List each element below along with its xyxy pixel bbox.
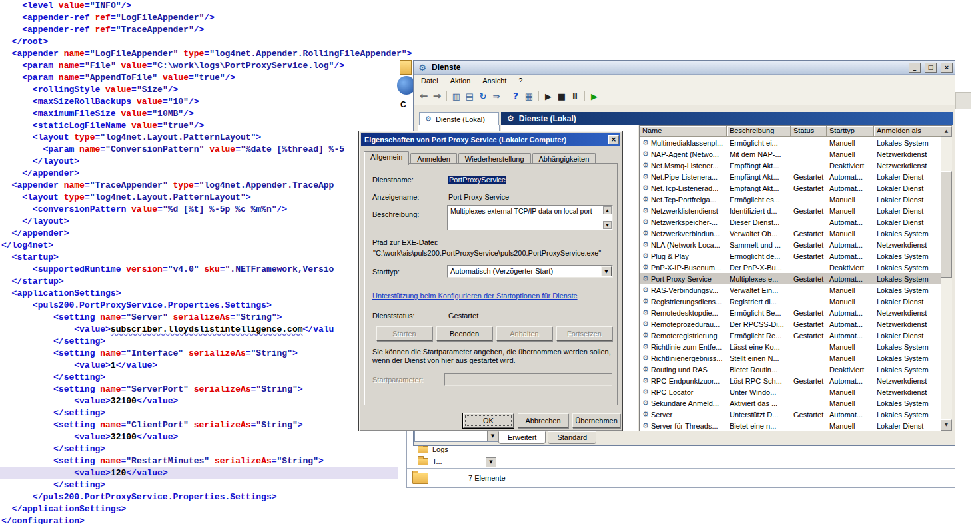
service-gear-icon: ⚙ bbox=[642, 320, 649, 328]
tab-erweitert[interactable]: Erweitert bbox=[498, 431, 546, 444]
service-row[interactable]: ⚙Remotedesktopdie...Ermöglicht Be...Gest… bbox=[640, 307, 941, 318]
column-header-name[interactable]: Name bbox=[640, 126, 727, 137]
service-gear-icon: ⚙ bbox=[642, 331, 649, 340]
chevron-down-icon: ▼ bbox=[489, 459, 492, 465]
menu-help[interactable]: ? bbox=[512, 75, 528, 86]
titlebar[interactable]: ⚙ Dienste _ □ × bbox=[414, 61, 955, 75]
refresh-icon[interactable]: ↻ bbox=[476, 89, 490, 103]
forward-icon[interactable]: → bbox=[430, 89, 444, 103]
dialog-close-icon[interactable]: × bbox=[608, 135, 619, 144]
export-list-icon[interactable]: ▤ bbox=[463, 89, 476, 103]
scroll-down-button[interactable]: ▼ bbox=[941, 419, 952, 431]
code-line[interactable]: <appender name="LogFileAppender" type="l… bbox=[0, 48, 980, 60]
help-icon[interactable]: ? bbox=[509, 89, 522, 103]
code-line[interactable]: </configuration> bbox=[0, 515, 980, 524]
dropdown-button[interactable]: ▼ bbox=[486, 457, 496, 467]
code-line[interactable]: </applicationSettings> bbox=[0, 503, 980, 515]
service-row[interactable]: ⚙RemoteregistrierungErmöglicht Re...Gest… bbox=[640, 330, 941, 341]
stop-service-icon[interactable]: ■ bbox=[555, 89, 568, 103]
view-panes-icon[interactable]: ▦ bbox=[522, 89, 536, 103]
service-row[interactable]: ⚙RPC-Endpunktzuor...Löst RPC-Sch...Gesta… bbox=[640, 375, 941, 386]
service-row[interactable]: ⚙Netzwerkverbindun...Verwaltet Ob...Gest… bbox=[640, 228, 941, 239]
fortsetzen-button: Fortsetzen bbox=[556, 326, 612, 341]
service-row[interactable]: ⚙Server für Threads...Bietet eine n...Ma… bbox=[640, 420, 941, 431]
service-row[interactable]: ⚙Net.Pipe-Listenera...Empfängt Akt...Ges… bbox=[640, 171, 941, 182]
startparameter-hint-line2: wenn der Dienst von hier aus gestartet w… bbox=[372, 356, 516, 364]
maximize-button[interactable]: □ bbox=[925, 63, 937, 73]
anzeigename-value: Port Proxy Service bbox=[448, 193, 509, 201]
dienstname-value[interactable]: PortProxyService bbox=[448, 176, 506, 184]
service-row[interactable]: ⚙Plug & PlayErmöglicht de...GestartetAut… bbox=[640, 250, 941, 262]
close-button[interactable]: × bbox=[941, 63, 953, 73]
menu-ansicht[interactable]: Ansicht bbox=[476, 75, 512, 86]
restart-service-icon[interactable]: ▶ bbox=[588, 89, 601, 103]
list-header: Name Beschreibung Status Starttyp Anmeld… bbox=[640, 126, 952, 137]
back-icon[interactable]: ← bbox=[417, 89, 430, 103]
beenden-button[interactable]: Beenden bbox=[436, 326, 492, 341]
service-row[interactable]: ⚙NLA (Network Loca...Sammelt und ...Gest… bbox=[640, 239, 941, 250]
service-row[interactable]: ⚙RAS-Verbindungsv...Verwaltet Ein...Manu… bbox=[640, 284, 941, 296]
pfad-value: "C:\work\ais\puls200.PortProxyService\pu… bbox=[373, 249, 601, 257]
service-row[interactable]: ⚙Registrierungsdiens...Registriert di...… bbox=[640, 296, 941, 307]
startoptions-help-link[interactable]: Unterstützung beim Konfigurieren der Sta… bbox=[372, 292, 578, 300]
code-line[interactable]: </puls200.PortProxyService.Properties.Se… bbox=[0, 491, 980, 503]
abbrechen-button[interactable]: Abbrechen bbox=[518, 413, 568, 428]
starttyp-combobox[interactable]: Automatisch (Verzögerter Start) ▼ bbox=[447, 265, 613, 278]
scroll-down-icon[interactable]: ▼ bbox=[603, 221, 612, 229]
service-row[interactable]: ⚙NetzwerklistendienstIdentifiziert d...G… bbox=[640, 205, 941, 216]
pause-service-icon[interactable]: Ⅱ bbox=[568, 89, 582, 103]
service-row[interactable]: ⚙Net.Msmq-Listener...Empfängt Akt...Deak… bbox=[640, 160, 941, 171]
scroll-thumb[interactable] bbox=[941, 171, 952, 278]
combo-dropdown-icon[interactable]: ▼ bbox=[487, 431, 498, 441]
service-row[interactable]: ⚙NAP-Agent (Netwo...Mit dem NAP-...Manue… bbox=[640, 148, 941, 160]
service-row[interactable]: ⚙Netzwerkspeicher-...Dieser Dienst...Aut… bbox=[640, 216, 941, 228]
service-row[interactable]: ⚙Sekundäre Anmeld...Aktiviert das ...Man… bbox=[640, 397, 941, 409]
service-row[interactable]: ⚙Net.Tcp-Portfreiga...Ermöglicht es...Ma… bbox=[640, 194, 941, 205]
column-header-beschreibung[interactable]: Beschreibung bbox=[727, 126, 791, 137]
services-app-icon: ⚙ bbox=[416, 61, 429, 74]
scrollbar[interactable]: ▲ ▼ bbox=[941, 126, 952, 431]
beschreibung-textbox[interactable]: Multiplexes external TCP/IP data on loca… bbox=[447, 205, 613, 230]
code-line[interactable]: </root> bbox=[0, 36, 980, 48]
code-line[interactable]: <appender-ref ref="TraceAppender"/> bbox=[0, 24, 980, 36]
service-row[interactable]: ⚙PnP-X-IP-Busenum...Der PnP-X-Bu...Deakt… bbox=[640, 262, 941, 273]
service-gear-icon: ⚙ bbox=[642, 229, 649, 238]
tab-standard[interactable]: Standard bbox=[548, 431, 596, 444]
code-line[interactable]: <appender-ref ref="LogFileAppender"/> bbox=[0, 12, 980, 24]
background-combobox[interactable]: ▼ bbox=[414, 430, 498, 442]
service-row[interactable]: ⚙Net.Tcp-Listenerad...Empfängt Akt...Ges… bbox=[640, 182, 941, 194]
code-line[interactable]: <level value="INFO"/> bbox=[0, 0, 980, 12]
export-icon[interactable]: ⇒ bbox=[490, 89, 503, 103]
minimize-button[interactable]: _ bbox=[909, 63, 921, 73]
scroll-up-button[interactable]: ▲ bbox=[941, 126, 952, 137]
column-header-anmelden-als[interactable]: Anmelden als bbox=[874, 126, 941, 137]
service-row[interactable]: ⚙Port Proxy ServiceMultiplexes e...Gesta… bbox=[640, 273, 941, 284]
service-row[interactable]: ⚙Remoteprozedurau...Der RPCSS-Di...Gesta… bbox=[640, 318, 941, 330]
dialog-titlebar[interactable]: Eigenschaften von Port Proxy Service (Lo… bbox=[361, 133, 620, 146]
ok-button[interactable]: OK bbox=[463, 413, 514, 428]
console-tree-tab[interactable]: ⚙ Dienste (Lokal) bbox=[419, 112, 499, 125]
service-row[interactable]: ⚙Richtlinie zum Entfe...Lässt eine Ko...… bbox=[640, 341, 941, 352]
menu-datei[interactable]: Datei bbox=[415, 75, 444, 86]
column-header-starttyp[interactable]: Starttyp bbox=[827, 126, 874, 137]
service-row[interactable]: ⚙Multimediaklassenpl...Ermöglicht ei...M… bbox=[640, 137, 941, 148]
folder-item-truncated[interactable]: T... bbox=[418, 457, 442, 465]
anzeigename-label: Anzeigename: bbox=[372, 193, 419, 201]
column-header-status[interactable]: Status bbox=[791, 126, 827, 137]
folder-item-logs[interactable]: Logs bbox=[418, 445, 448, 453]
background-text-fragment: C bbox=[400, 100, 406, 109]
service-row[interactable]: ⚙ServerUnterstützt D...GestartetAutomat.… bbox=[640, 409, 941, 420]
service-row[interactable]: ⚙RPC-LocatorUnter Windo...ManuellNetzwer… bbox=[640, 386, 941, 397]
scroll-up-icon[interactable]: ▲ bbox=[603, 206, 612, 214]
uebernehmen-button[interactable]: Übernehmen bbox=[572, 413, 620, 428]
service-row[interactable]: ⚙Richtlinienergebniss...Stellt einen N..… bbox=[640, 352, 941, 364]
service-row[interactable]: ⚙Routing und RASBietet Routin...Deaktivi… bbox=[640, 364, 941, 375]
startparameter-hint-line1: Sie können die Startparameter angeben, d… bbox=[372, 348, 611, 356]
combobox-arrow-icon[interactable]: ▼ bbox=[601, 266, 612, 276]
menu-aktion[interactable]: Aktion bbox=[444, 75, 477, 86]
show-console-tree-icon[interactable]: ▥ bbox=[450, 89, 463, 103]
service-gear-icon: ⚙ bbox=[642, 252, 649, 260]
code-line[interactable]: <value>120</value> bbox=[0, 467, 398, 479]
tab-allgemein[interactable]: Allgemein bbox=[364, 151, 409, 165]
start-service-icon[interactable]: ▶ bbox=[542, 89, 555, 103]
